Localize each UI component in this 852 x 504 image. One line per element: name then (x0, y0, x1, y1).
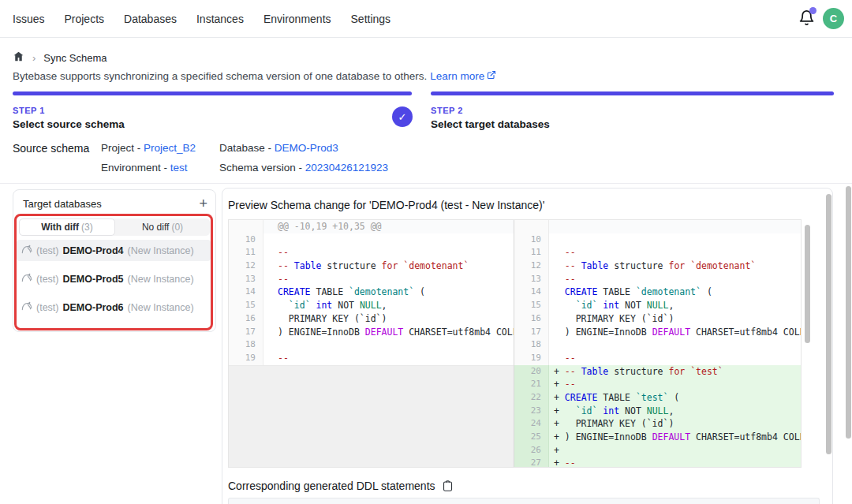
line-code (549, 233, 801, 247)
target-databases-title: Target databases (23, 198, 102, 210)
diff-line: 14 CREATE TABLE `demotenant` ( (514, 286, 801, 299)
diff-line: 12-- Table structure for `demotenant` (229, 259, 514, 273)
db-environment: (test) (36, 245, 58, 256)
nav-item-issues[interactable]: Issues (13, 13, 44, 25)
ddl-statements-title: Corresponding generated DDL statements (228, 480, 435, 492)
editor-scrollbar[interactable] (805, 225, 810, 343)
line-code: -- (263, 246, 514, 259)
line-number: 26 (514, 444, 549, 457)
diff-line: 19 -- (514, 352, 801, 365)
source-schema-fields: Project - Project_B2Database - DEMO-Prod… (101, 142, 388, 174)
line-number: 14 (514, 286, 549, 299)
line-number: 27 (514, 457, 549, 467)
breadcrumb-page: Sync Schema (43, 52, 106, 64)
step2[interactable]: STEP 2 Select target databases (431, 106, 550, 130)
diff-line: 20+ -- Table structure for `test` (514, 365, 801, 379)
line-code: ) ENGINE=InnoDB DEFAULT CHARSET=utf8mb4 … (549, 326, 801, 339)
bell-icon (798, 15, 815, 28)
line-number: 13 (514, 273, 549, 286)
tab-count: (0) (171, 222, 183, 233)
line-number: 12 (229, 259, 263, 273)
line-code (263, 233, 514, 247)
intro-text: Bytebase supports synchronizing a specif… (13, 70, 427, 82)
step1-check-icon: ✓ (392, 106, 413, 127)
source-field-link[interactable]: DEMO-Prod3 (275, 142, 338, 154)
line-number (514, 220, 549, 233)
diff-line: 15 `id` int NOT NULL, (514, 299, 801, 312)
target-database-list: (test)DEMO-Prod4(New Instance)(test)DEMO… (17, 240, 211, 325)
nav-items: IssuesProjectsDatabasesInstancesEnvironm… (13, 0, 390, 38)
panel-scrollbar[interactable] (826, 194, 831, 454)
diff-line: 21+ -- (514, 378, 801, 391)
line-number: 17 (514, 326, 549, 339)
learn-more-link[interactable]: Learn more (430, 70, 496, 82)
line-code: @@ -10,19 +10,35 @@ (263, 220, 514, 233)
avatar[interactable]: C (823, 8, 844, 29)
line-number: 22 (514, 391, 549, 405)
line-number: 19 (514, 352, 549, 365)
nav-item-environments[interactable]: Environments (263, 13, 331, 25)
step1-label: STEP 1 (13, 106, 125, 115)
line-number: 15 (229, 299, 263, 312)
line-code: -- Table structure for `demotenant` (549, 259, 801, 273)
source-schema-heading: Source schema (13, 142, 89, 155)
nav-item-instances[interactable]: Instances (196, 13, 244, 25)
source-field-link[interactable]: Project_B2 (144, 142, 196, 154)
line-number: 16 (514, 312, 549, 326)
home-icon[interactable] (13, 50, 24, 65)
diff-line: 23+ `id` int NOT NULL, (514, 405, 801, 418)
diff-line: 13 -- (514, 273, 801, 286)
db-suffix: (New Instance) (128, 274, 194, 285)
line-code (549, 220, 801, 233)
notification-button[interactable] (798, 9, 817, 28)
diff-hunk-header: @@ -10,19 +10,35 @@ (229, 220, 514, 233)
line-code: CREATE TABLE `demotenant` ( (549, 286, 801, 299)
line-code: + -- (549, 378, 801, 391)
line-code: + CREATE TABLE `test` ( (549, 391, 801, 405)
schema-diff-editor[interactable]: @@ -10,19 +10,35 @@1011--12-- Table stru… (228, 219, 802, 468)
nav-item-projects[interactable]: Projects (64, 13, 104, 25)
line-number: 24 (514, 417, 549, 431)
line-code: -- (549, 273, 801, 286)
line-code: -- (263, 273, 514, 286)
line-code (263, 338, 514, 352)
diff-line: 18 (514, 338, 801, 352)
add-target-database-button[interactable]: + (199, 197, 207, 210)
diff-line: 16 PRIMARY KEY (`id`) (514, 312, 801, 326)
source-field-link[interactable]: 20230426121923 (305, 162, 388, 174)
step2-label: STEP 2 (431, 106, 550, 115)
line-code: -- (549, 246, 801, 259)
tab-with-diff[interactable]: With diff(3) (19, 218, 115, 236)
line-number: 10 (514, 233, 549, 247)
line-code: ) ENGINE=InnoDB DEFAULT CHARSET=utf8mb4 … (263, 326, 514, 339)
nav-item-settings[interactable]: Settings (351, 13, 391, 25)
copy-icon[interactable] (442, 480, 454, 492)
notification-dot (809, 7, 816, 14)
source-field-link[interactable]: test (170, 162, 188, 174)
line-number (229, 220, 263, 233)
sync-schema-page: IssuesProjectsDatabasesInstancesEnvironm… (0, 0, 852, 504)
source-field-0: Project - Project_B2 (101, 142, 219, 154)
nav-item-databases[interactable]: Databases (124, 13, 177, 25)
step1[interactable]: STEP 1 Select source schema (13, 106, 125, 130)
diff-line: 24+ PRIMARY KEY (`id`) (514, 417, 801, 431)
target-database-item[interactable]: (test)DEMO-Prod4(New Instance) (17, 240, 211, 261)
line-number: 16 (229, 312, 263, 326)
diff-line: 18 (229, 338, 514, 352)
diff-line: 10 (514, 233, 801, 247)
target-database-item[interactable]: (test)DEMO-Prod5(New Instance) (17, 268, 211, 289)
page-scrollbar[interactable] (846, 186, 851, 439)
tab-no-diff[interactable]: No diff(0) (115, 218, 210, 236)
line-code (549, 338, 801, 352)
line-number: 18 (229, 338, 263, 352)
section-divider (0, 183, 852, 184)
line-number: 14 (229, 286, 263, 299)
diff-empty-filler (229, 365, 514, 467)
db-name: DEMO-Prod5 (62, 274, 123, 285)
db-environment: (test) (36, 302, 58, 313)
diff-line: 14CREATE TABLE `demotenant` ( (229, 286, 514, 299)
diff-line: 16 PRIMARY KEY (`id`) (229, 312, 514, 326)
source-field-label: Project - (101, 142, 144, 154)
db-suffix: (New Instance) (128, 302, 194, 313)
target-database-item[interactable]: (test)DEMO-Prod6(New Instance) (17, 297, 211, 318)
